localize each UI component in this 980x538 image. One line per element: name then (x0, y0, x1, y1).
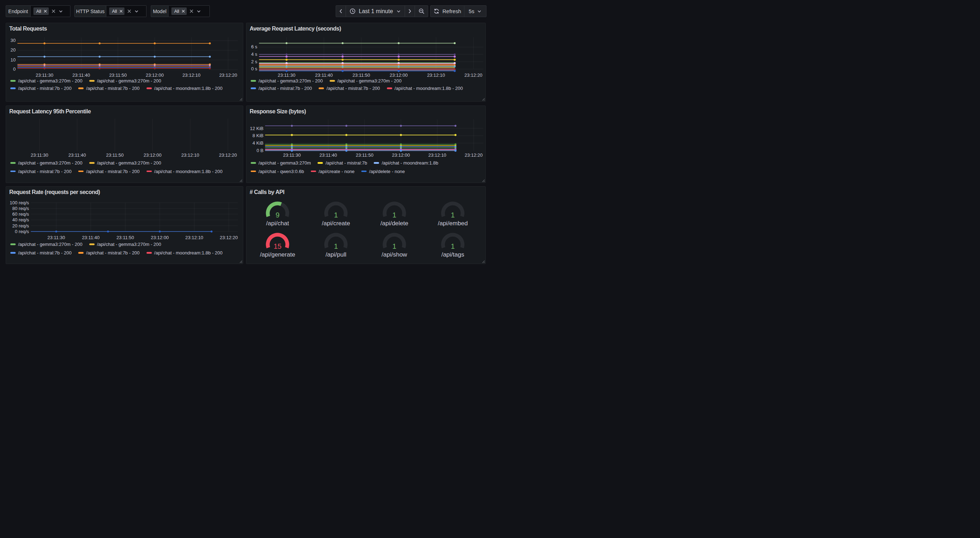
svg-text:/api/generate: /api/generate (260, 251, 295, 258)
svg-text:9: 9 (275, 211, 280, 219)
svg-text:0: 0 (13, 67, 16, 72)
svg-text:80 req/s: 80 req/s (13, 206, 29, 211)
svg-text:23:11:40: 23:11:40 (315, 73, 333, 78)
svg-text:1: 1 (392, 242, 396, 250)
svg-text:23:11:50: 23:11:50 (106, 152, 124, 158)
svg-text:23:11:30: 23:11:30 (278, 73, 296, 78)
svg-text:23:12:10: 23:12:10 (182, 73, 200, 78)
svg-text:23:11:30: 23:11:30 (283, 152, 301, 158)
svg-text:23:12:00: 23:12:00 (390, 73, 408, 78)
svg-text:23:12:10: 23:12:10 (428, 152, 446, 158)
svg-text:/api/pull: /api/pull (325, 251, 346, 258)
svg-text:23:11:50: 23:11:50 (356, 152, 373, 158)
svg-text:1: 1 (334, 211, 338, 219)
svg-text:1: 1 (451, 242, 455, 250)
svg-text:30: 30 (11, 38, 16, 43)
svg-text:10: 10 (11, 57, 16, 62)
svg-text:23:12:00: 23:12:00 (151, 235, 169, 240)
svg-text:23:11:30: 23:11:30 (30, 152, 48, 158)
svg-text:4 KiB: 4 KiB (253, 140, 264, 146)
svg-text:23:12:20: 23:12:20 (219, 152, 237, 158)
svg-text:20 req/s: 20 req/s (13, 223, 29, 229)
svg-text:15: 15 (274, 242, 281, 250)
svg-text:2 s: 2 s (251, 59, 258, 64)
svg-text:23:11:30: 23:11:30 (47, 235, 65, 240)
svg-text:23:12:20: 23:12:20 (465, 73, 482, 78)
svg-text:0 s: 0 s (251, 66, 258, 71)
svg-text:23:12:20: 23:12:20 (220, 235, 238, 240)
svg-text:23:12:00: 23:12:00 (146, 73, 164, 78)
svg-text:23:12:20: 23:12:20 (465, 152, 483, 158)
svg-text:20: 20 (11, 47, 16, 52)
svg-text:/api/chat: /api/chat (266, 220, 289, 227)
svg-text:1: 1 (451, 211, 455, 219)
svg-text:23:11:40: 23:11:40 (82, 235, 100, 240)
svg-text:23:11:40: 23:11:40 (319, 152, 337, 158)
svg-text:23:11:50: 23:11:50 (116, 235, 134, 240)
svg-text:/api/show: /api/show (382, 251, 407, 258)
svg-text:0 req/s: 0 req/s (15, 229, 29, 234)
svg-text:23:12:00: 23:12:00 (144, 152, 162, 158)
svg-text:60 req/s: 60 req/s (13, 211, 29, 217)
svg-text:23:11:50: 23:11:50 (109, 73, 127, 78)
svg-text:12 KiB: 12 KiB (250, 126, 264, 131)
svg-text:1: 1 (334, 242, 338, 250)
svg-text:23:12:10: 23:12:10 (181, 152, 199, 158)
svg-text:/api/tags: /api/tags (441, 251, 464, 258)
svg-text:23:12:20: 23:12:20 (219, 73, 237, 78)
svg-text:1: 1 (392, 211, 396, 219)
svg-text:23:11:40: 23:11:40 (68, 152, 86, 158)
svg-text:8 KiB: 8 KiB (253, 133, 264, 138)
svg-text:6 s: 6 s (251, 44, 258, 49)
svg-text:100 req/s: 100 req/s (10, 200, 29, 205)
svg-text:4 s: 4 s (251, 52, 258, 57)
svg-text:/api/create: /api/create (322, 220, 350, 227)
svg-text:23:11:40: 23:11:40 (73, 73, 90, 78)
svg-text:23:12:10: 23:12:10 (185, 235, 204, 240)
svg-text:23:11:50: 23:11:50 (352, 73, 370, 78)
svg-text:/api/delete: /api/delete (380, 220, 408, 227)
svg-text:23:12:00: 23:12:00 (392, 152, 410, 158)
svg-text:40 req/s: 40 req/s (13, 217, 29, 222)
svg-text:/api/embed: /api/embed (438, 220, 468, 227)
svg-text:23:12:10: 23:12:10 (427, 73, 445, 78)
svg-text:0 B: 0 B (256, 148, 264, 153)
svg-text:23:11:30: 23:11:30 (35, 73, 53, 78)
